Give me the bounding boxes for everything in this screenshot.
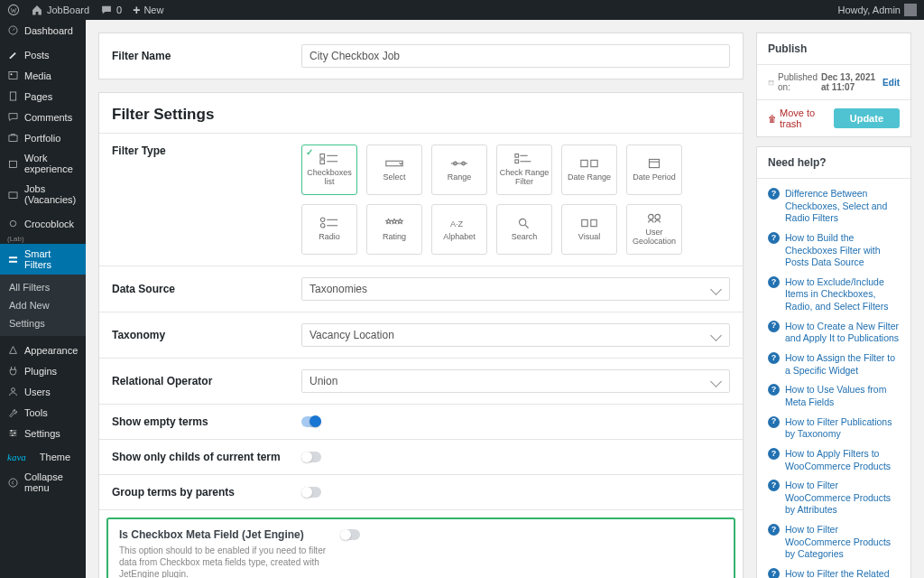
- help-link[interactable]: How to Apply Filters to WooCommerce Prod…: [785, 448, 900, 472]
- type-card-geolocation[interactable]: User Geolocation: [626, 204, 682, 255]
- sidebar-sub-add-new[interactable]: Add New: [0, 296, 86, 314]
- publish-panel: Publish Published on: Dec 13, 2021 at 11…: [756, 33, 911, 137]
- help-item: ?Difference Between Checkboxes, Select a…: [757, 184, 910, 228]
- taxonomy-label: Taxonomy: [112, 329, 301, 341]
- comments-link[interactable]: 0: [100, 4, 122, 16]
- help-link[interactable]: How to Filter WooCommerce Products by Ca…: [785, 524, 900, 561]
- publish-date: Dec 13, 2021 at 11:07: [821, 72, 879, 92]
- sidebar-item-label: Media: [24, 70, 51, 81]
- sidebar-item-label: Smart Filters: [24, 248, 79, 270]
- howdy-user[interactable]: Howdy, Admin: [838, 4, 918, 16]
- sidebar-item-media[interactable]: Media: [0, 65, 86, 86]
- sidebar-item-label: Settings: [24, 428, 60, 439]
- sidebar-item-crocoblock[interactable]: Crocoblock: [0, 213, 86, 234]
- help-link[interactable]: How to Create a New Filter and Apply It …: [785, 321, 900, 345]
- wp-logo[interactable]: [7, 4, 20, 16]
- filter-name-label: Filter Name: [112, 50, 301, 62]
- help-link[interactable]: How to Filter WooCommerce Products by At…: [785, 480, 900, 517]
- sidebar-item-label: Collapse menu: [24, 471, 79, 493]
- help-link[interactable]: How to Exclude/Include Items in Checkbox…: [785, 276, 900, 313]
- type-card-checkboxes[interactable]: Checkboxes list: [301, 144, 357, 195]
- type-card-radio[interactable]: Radio: [301, 204, 357, 255]
- group-parents-toggle[interactable]: [301, 487, 321, 498]
- sidebar-item-appearance[interactable]: Appearance: [0, 340, 86, 360]
- sidebar-sub-settings[interactable]: Settings: [0, 314, 86, 332]
- help-link[interactable]: How to Use Values from Meta Fields: [785, 384, 900, 408]
- taxonomy-select[interactable]: Vacancy Location: [301, 323, 730, 347]
- filter-settings-panel: Filter Settings Filter Type Checkboxes l…: [98, 92, 744, 578]
- help-panel: Need help? ?Difference Between Checkboxe…: [756, 146, 911, 578]
- help-link[interactable]: How to Build the Checkboxes Filter with …: [785, 232, 900, 269]
- sidebar-item-label: Comments: [24, 112, 72, 123]
- help-icon: ?: [768, 416, 780, 428]
- show-childs-label: Show only childs of current term: [112, 451, 301, 463]
- sidebar-item-posts[interactable]: Posts: [0, 44, 86, 65]
- sidebar-sub-all-filters[interactable]: All Filters: [0, 278, 86, 296]
- svg-point-11: [11, 430, 13, 432]
- sidebar-item-label: Dashboard: [24, 25, 73, 36]
- help-item: ?How to Filter WooCommerce Products by A…: [757, 476, 910, 520]
- publish-edit-link[interactable]: Edit: [882, 78, 900, 88]
- meta-field-description: This option should to be enabled if you …: [119, 545, 327, 578]
- new-link[interactable]: +New: [133, 3, 163, 17]
- type-card-select[interactable]: Select: [366, 144, 422, 195]
- type-card-check-range[interactable]: Check Range Filter: [496, 144, 552, 195]
- meta-field-toggle[interactable]: [340, 529, 360, 540]
- sidebar-item-label: Work experience: [24, 153, 79, 174]
- filter-name-input[interactable]: [301, 44, 730, 68]
- sidebar-item-smart-filters[interactable]: Smart Filters: [0, 244, 86, 275]
- sidebar-item-tools[interactable]: Tools: [0, 402, 86, 423]
- svg-rect-6: [10, 161, 17, 167]
- type-card-rating[interactable]: Rating: [366, 204, 422, 255]
- update-button[interactable]: Update: [834, 108, 900, 128]
- help-link[interactable]: Difference Between Checkboxes, Select an…: [785, 188, 900, 225]
- help-link[interactable]: How to Filter the Related Post Items: [785, 568, 900, 578]
- publish-title: Publish: [757, 33, 910, 65]
- chevron-down-icon: [710, 330, 722, 341]
- help-icon: ?: [768, 321, 780, 332]
- site-link[interactable]: JobBoard: [31, 4, 89, 16]
- type-card-date-period[interactable]: Date Period: [626, 144, 682, 195]
- help-icon: ?: [768, 188, 780, 200]
- type-card-alphabet[interactable]: A·ZAlphabet: [431, 204, 487, 255]
- sidebar-item-settings[interactable]: Settings: [0, 423, 86, 443]
- svg-point-14: [9, 478, 17, 486]
- svg-rect-2: [9, 72, 17, 79]
- show-childs-toggle[interactable]: [301, 452, 321, 462]
- move-to-trash[interactable]: Move to trash: [768, 107, 834, 129]
- relational-operator-select[interactable]: Union: [301, 369, 730, 393]
- type-card-range[interactable]: Range: [431, 144, 487, 195]
- svg-text:A·Z: A·Z: [450, 219, 464, 228]
- show-empty-toggle[interactable]: [301, 416, 321, 427]
- sidebar-item-portfolio[interactable]: Portfolio: [0, 127, 86, 148]
- filter-settings-title: Filter Settings: [112, 106, 730, 124]
- sidebar-item-work-experience[interactable]: Work experience: [0, 148, 86, 179]
- type-card-date-range[interactable]: Date Range: [561, 144, 617, 195]
- help-link[interactable]: How to Filter Publications by Taxonomy: [785, 416, 900, 441]
- type-card-search[interactable]: Search: [496, 204, 552, 255]
- avatar: [904, 4, 917, 16]
- svg-rect-23: [515, 154, 519, 158]
- help-link[interactable]: How to Assign the Filter to a Specific W…: [785, 352, 900, 377]
- svg-rect-7: [9, 191, 17, 198]
- help-icon: ?: [768, 352, 780, 364]
- svg-rect-28: [591, 160, 597, 166]
- sidebar-item-users[interactable]: Users: [0, 381, 86, 402]
- sidebar-item-pages[interactable]: Pages: [0, 86, 86, 107]
- chevron-down-icon: [710, 376, 722, 387]
- data-source-select[interactable]: Taxonomies: [301, 277, 730, 301]
- sidebar-item-plugins[interactable]: Plugins: [0, 360, 86, 381]
- svg-point-13: [12, 434, 14, 436]
- type-card-visual[interactable]: Visual: [561, 204, 617, 255]
- sidebar-item-comments[interactable]: Comments: [0, 107, 86, 127]
- sidebar-item-label: Crocoblock: [24, 219, 74, 229]
- sidebar-item-collapse[interactable]: Collapse menu: [0, 467, 86, 498]
- sidebar-item-label: Appearance: [24, 345, 78, 356]
- sidebar-item-jobs[interactable]: Jobs (Vacancies): [0, 179, 86, 210]
- svg-line-37: [525, 225, 529, 228]
- sidebar-item-dashboard[interactable]: Dashboard: [0, 20, 86, 41]
- svg-rect-29: [650, 159, 660, 167]
- sidebar-submenu: All Filters Add New Settings: [0, 275, 86, 336]
- published-on-label: Published on:: [778, 72, 818, 92]
- sidebar-item-theme[interactable]: kava Theme: [0, 447, 86, 467]
